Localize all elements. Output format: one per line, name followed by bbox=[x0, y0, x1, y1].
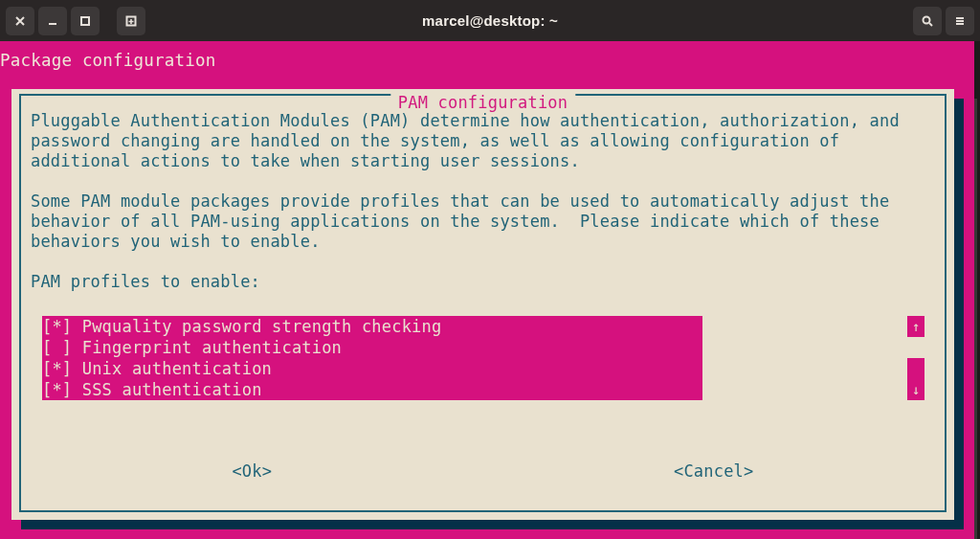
pam-dialog: PAM configuration Pluggable Authenticati… bbox=[11, 89, 954, 520]
terminal-area: Package configuration PAM configuration … bbox=[0, 41, 980, 539]
scroll-up-arrow[interactable]: ↑ bbox=[907, 316, 924, 337]
window-title: marcel@desktop: ~ bbox=[422, 11, 558, 31]
maximize-icon bbox=[78, 14, 92, 28]
profile-label: Unix authentication bbox=[82, 359, 272, 378]
profile-item[interactable]: [*] Pwquality password strength checking bbox=[42, 316, 702, 337]
profile-item[interactable]: [ ] Fingerprint authentication bbox=[42, 337, 702, 358]
search-icon bbox=[921, 14, 934, 28]
close-icon bbox=[13, 14, 27, 28]
list-scrollbar[interactable]: ↑ ↓ bbox=[907, 316, 924, 400]
hamburger-icon bbox=[953, 14, 967, 28]
new-tab-icon bbox=[124, 14, 138, 28]
checkbox-mark: [ ] bbox=[42, 338, 82, 357]
dialog-body: Pluggable Authentication Modules (PAM) d… bbox=[31, 111, 935, 292]
minimize-icon bbox=[46, 14, 59, 28]
profile-label: SSS authentication bbox=[82, 380, 262, 399]
profile-label: Pwquality password strength checking bbox=[82, 317, 442, 336]
profile-label: Fingerprint authentication bbox=[82, 338, 342, 357]
titlebar-right-controls bbox=[913, 7, 974, 35]
scroll-down-arrow[interactable]: ↓ bbox=[907, 379, 924, 400]
checkbox-mark: [*] bbox=[42, 380, 82, 399]
minimize-button[interactable] bbox=[38, 7, 67, 35]
titlebar-left-controls bbox=[6, 7, 145, 35]
new-tab-button[interactable] bbox=[117, 7, 145, 35]
dialog-title: PAM configuration bbox=[390, 93, 575, 113]
svg-rect-0 bbox=[81, 17, 89, 25]
cancel-button[interactable]: <Cancel> bbox=[483, 461, 946, 482]
profile-item[interactable]: [*] SSS authentication bbox=[42, 379, 702, 400]
dialog-buttons: <Ok> <Cancel> bbox=[21, 461, 945, 482]
profile-item[interactable]: [*] Unix authentication bbox=[42, 358, 702, 379]
scroll-thumb[interactable] bbox=[907, 337, 924, 379]
checkbox-mark: [*] bbox=[42, 317, 82, 336]
svg-point-2 bbox=[924, 16, 930, 23]
window-titlebar: marcel@desktop: ~ bbox=[0, 0, 980, 41]
maximize-button[interactable] bbox=[71, 7, 100, 35]
search-button[interactable] bbox=[913, 7, 942, 35]
close-button[interactable] bbox=[6, 7, 34, 35]
ok-button[interactable]: <Ok> bbox=[21, 461, 483, 482]
package-configuration-header: Package configuration bbox=[0, 51, 215, 71]
checkbox-mark: [*] bbox=[42, 359, 82, 378]
menu-button[interactable] bbox=[946, 7, 974, 35]
dialog-paragraph-1: Pluggable Authentication Modules (PAM) d… bbox=[31, 111, 935, 171]
dialog-paragraph-2: Some PAM module packages provide profile… bbox=[31, 191, 935, 252]
window-scrollbar[interactable] bbox=[974, 41, 980, 539]
dialog-frame: PAM configuration Pluggable Authenticati… bbox=[19, 94, 947, 512]
profile-checklist: [*] Pwquality password strength checking… bbox=[42, 316, 702, 400]
dialog-prompt: PAM profiles to enable: bbox=[31, 272, 935, 292]
